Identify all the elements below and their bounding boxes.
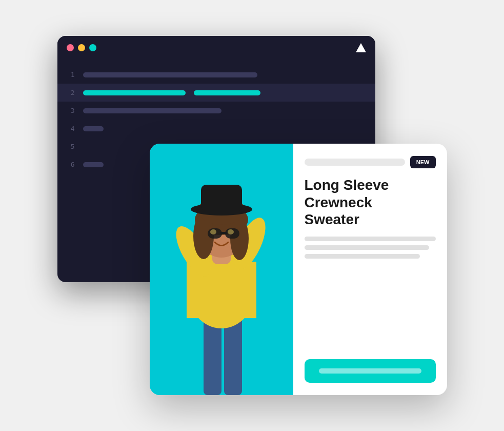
product-card: NEW Long Sleeve Crewneck Sweater — [150, 144, 447, 395]
add-to-cart-button[interactable] — [305, 359, 436, 383]
desc-line — [305, 237, 436, 241]
editor-row: 3 — [57, 102, 375, 120]
svg-rect-14 — [201, 185, 242, 211]
product-header: NEW — [305, 156, 436, 168]
scene: 1 2 3 4 5 — [57, 36, 447, 395]
maximize-button-icon[interactable] — [89, 44, 96, 51]
svg-point-19 — [228, 229, 234, 234]
row-number: 5 — [67, 143, 75, 150]
product-image-section — [150, 144, 293, 395]
svg-point-18 — [210, 229, 216, 234]
traffic-lights — [67, 44, 96, 51]
product-header-bar — [305, 159, 405, 166]
product-title: Long Sleeve Crewneck Sweater — [305, 177, 436, 228]
editor-row: 4 — [57, 120, 375, 138]
code-bar — [83, 108, 221, 113]
row-number: 4 — [67, 125, 75, 132]
editor-logo-icon — [356, 43, 366, 52]
code-bar-cyan — [194, 90, 260, 95]
row-number: 3 — [67, 107, 75, 114]
desc-line — [305, 245, 429, 250]
product-tag: NEW — [410, 156, 436, 168]
minimize-button-icon[interactable] — [78, 44, 85, 51]
svg-rect-17 — [220, 232, 227, 234]
row-number: 1 — [67, 71, 75, 79]
editor-row: 1 — [57, 66, 375, 84]
product-info-section: NEW Long Sleeve Crewneck Sweater — [293, 144, 447, 395]
code-bar — [83, 126, 104, 131]
row-number: 2 — [67, 89, 75, 96]
row-number: 6 — [67, 161, 75, 168]
close-button-icon[interactable] — [67, 44, 74, 51]
editor-titlebar — [57, 36, 375, 60]
product-image — [150, 144, 293, 395]
editor-row-highlighted[interactable]: 2 — [57, 84, 375, 102]
cta-label-bar — [319, 368, 421, 374]
code-bar-cyan — [83, 90, 186, 95]
desc-line — [305, 254, 420, 259]
code-bar — [83, 72, 257, 77]
code-bar — [83, 162, 104, 167]
product-description — [305, 237, 436, 259]
